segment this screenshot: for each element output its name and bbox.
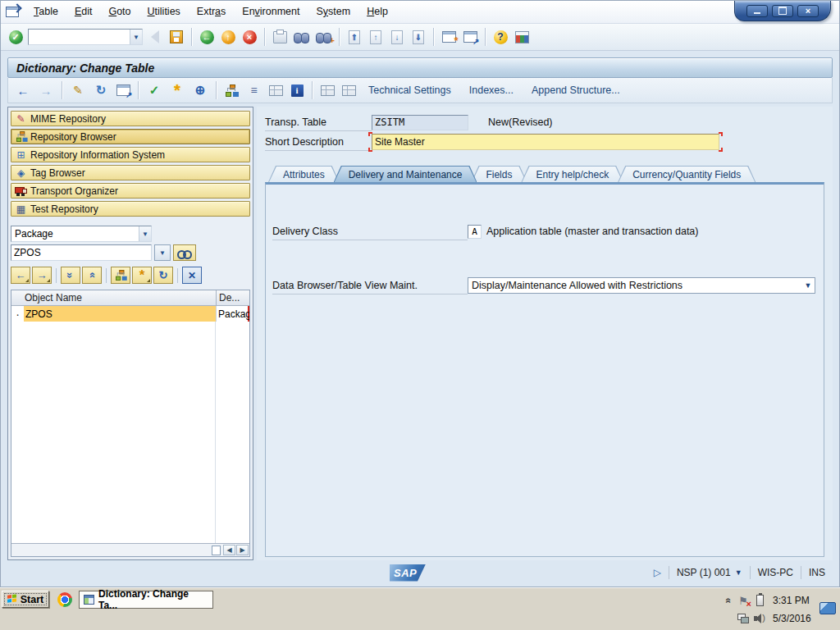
sidebar-item-repository-browser[interactable]: Repository Browser xyxy=(11,129,250,144)
collapse-button[interactable] xyxy=(146,27,164,47)
where-used-button[interactable]: ⊕ xyxy=(190,80,210,100)
collapse-all-button[interactable]: » xyxy=(82,267,102,284)
expand-all-button[interactable]: » xyxy=(61,267,80,284)
last-page-button[interactable]: ⇓ xyxy=(409,27,427,47)
tab-entry-help-check[interactable]: Entry help/check xyxy=(521,166,623,182)
save-button[interactable] xyxy=(167,27,185,47)
command-dropdown-icon[interactable]: ▼ xyxy=(130,30,142,44)
short-description-field[interactable] xyxy=(372,134,719,150)
battery-icon[interactable] xyxy=(756,595,764,606)
indexes-button[interactable]: Indexes... xyxy=(462,81,521,99)
show-desktop-icon[interactable] xyxy=(819,602,836,614)
browse-type-select[interactable]: Package ▼ xyxy=(11,226,152,242)
tray-expand-icon[interactable]: « xyxy=(723,598,734,604)
back-button[interactable]: ← xyxy=(198,27,216,47)
scroll-left-button[interactable]: ◀ xyxy=(223,545,235,555)
help-button[interactable]: ? xyxy=(491,27,509,47)
display-object-button[interactable] xyxy=(173,244,196,261)
sidebar-item-repository-information-system[interactable]: ⊞ Repository Information System xyxy=(11,147,250,162)
menu-goto[interactable]: Goto xyxy=(100,3,139,21)
create-shortcut-button[interactable]: ↗ xyxy=(461,27,479,47)
column-header-object-name[interactable]: Object Name xyxy=(11,290,216,305)
delivery-class-field[interactable] xyxy=(468,225,482,239)
display-change-button[interactable]: ✎ xyxy=(68,80,88,100)
sap-session-icon[interactable] xyxy=(6,7,19,17)
browse-type-dropdown-icon[interactable]: ▼ xyxy=(139,226,151,241)
column-layout-button[interactable] xyxy=(340,80,358,100)
close-button[interactable]: × xyxy=(797,5,819,17)
sidebar-item-transport-organizer[interactable]: Transport Organizer xyxy=(11,183,250,199)
menu-system[interactable]: System xyxy=(308,3,358,21)
customize-layout-button[interactable] xyxy=(513,27,531,47)
find-button[interactable] xyxy=(292,27,311,47)
screen-title-bar: Dictionary: Change Table xyxy=(7,57,833,78)
sidebar-item-mime-repository[interactable]: ✎ MIME Repository xyxy=(11,111,250,126)
append-structure-button[interactable]: Append Structure... xyxy=(524,81,628,99)
menu-environment[interactable]: Environment xyxy=(234,3,308,21)
volume-icon[interactable]: ) xyxy=(754,614,765,623)
open-object-button[interactable] xyxy=(111,267,130,284)
close-browser-button[interactable]: ✕ xyxy=(182,267,202,284)
column-header-description[interactable]: De... xyxy=(216,290,249,305)
refresh-tree-button[interactable]: ↻ xyxy=(153,267,173,284)
history-back-button[interactable]: ← xyxy=(11,267,30,284)
menu-help[interactable]: Help xyxy=(358,3,396,21)
taskbar-item-sap[interactable]: Dictionary: Change Ta... xyxy=(79,591,213,609)
graphic-editor-button[interactable] xyxy=(318,80,336,100)
clock-date[interactable]: 5/3/2016 xyxy=(768,613,815,624)
print-button[interactable] xyxy=(271,27,289,47)
find-next-button[interactable]: + xyxy=(314,27,333,47)
menu-table[interactable]: Table xyxy=(25,3,66,21)
sidebar-item-tag-browser[interactable]: ◈ Tag Browser xyxy=(11,165,250,180)
consistency-check-button[interactable]: ✓ xyxy=(144,80,164,100)
new-session-button[interactable]: * xyxy=(440,27,458,47)
refresh-button[interactable]: ↻ xyxy=(91,80,111,100)
row-object-name[interactable]: ZPOS xyxy=(24,306,216,322)
history-forward-button[interactable]: → xyxy=(32,267,52,284)
status-expand-icon[interactable]: ▷ xyxy=(654,567,661,578)
start-button[interactable]: Start xyxy=(2,591,49,608)
minimize-button[interactable] xyxy=(746,5,768,17)
object-list-button[interactable]: ≡ xyxy=(244,80,263,100)
horizontal-scrollbar[interactable]: ◀ ▶ xyxy=(11,543,249,556)
hierarchy-button[interactable] xyxy=(222,80,240,100)
exit-button[interactable]: ↑ xyxy=(219,27,237,47)
next-page-button[interactable]: ↓ xyxy=(388,27,406,47)
scrollbar-thumb[interactable] xyxy=(212,546,221,555)
action-center-icon[interactable]: ⚑ xyxy=(738,596,748,606)
clock-time[interactable]: 3:31 PM xyxy=(768,595,815,606)
table-row[interactable]: · ZPOS Package xyxy=(11,306,249,322)
cancel-button[interactable]: × xyxy=(240,27,258,47)
transp-table-field[interactable] xyxy=(372,115,468,130)
command-field[interactable] xyxy=(29,30,130,44)
enter-button[interactable]: ✓ xyxy=(7,27,25,47)
restore-button[interactable] xyxy=(772,5,793,17)
sidebar-item-test-repository[interactable]: ▦ Test Repository xyxy=(11,201,250,217)
nav-back-button[interactable]: ← xyxy=(13,80,33,100)
technical-settings-button[interactable]: Technical Settings xyxy=(361,81,459,99)
menu-extras[interactable]: Extras xyxy=(189,3,234,21)
scroll-right-button[interactable]: ▶ xyxy=(236,545,249,555)
nav-forward-button[interactable]: → xyxy=(36,80,56,100)
network-icon[interactable] xyxy=(737,614,749,623)
first-page-button[interactable]: ⇑ xyxy=(345,27,363,47)
row-description[interactable]: Package xyxy=(216,306,249,322)
object-history-dropdown-button[interactable]: ▼ xyxy=(154,244,171,261)
data-browser-select[interactable]: Display/Maintenance Allowed with Restric… xyxy=(468,277,815,294)
detail-view-button[interactable] xyxy=(267,80,285,100)
tab-fields[interactable]: Fields xyxy=(471,166,527,182)
cancel-icon: × xyxy=(243,30,257,44)
activate-button[interactable]: * xyxy=(167,80,187,100)
menu-edit[interactable]: Edit xyxy=(66,3,101,21)
tab-currency-quantity-fields[interactable]: Currency/Quantity Fields xyxy=(618,166,756,182)
favorites-button[interactable]: * xyxy=(132,267,152,284)
previous-page-button[interactable]: ↑ xyxy=(367,27,385,47)
chrome-icon[interactable] xyxy=(57,592,72,607)
tab-delivery-and-maintenance[interactable]: Delivery and Maintenance xyxy=(334,166,477,182)
system-session-selector[interactable]: NSP (1) 001 ▼ xyxy=(669,567,750,578)
object-name-input[interactable] xyxy=(11,244,152,261)
copy-button[interactable]: ↗ xyxy=(114,80,132,100)
tab-attributes[interactable]: Attributes xyxy=(268,166,340,182)
information-button[interactable]: i xyxy=(288,80,306,100)
menu-utilities[interactable]: Utilities xyxy=(139,3,189,21)
